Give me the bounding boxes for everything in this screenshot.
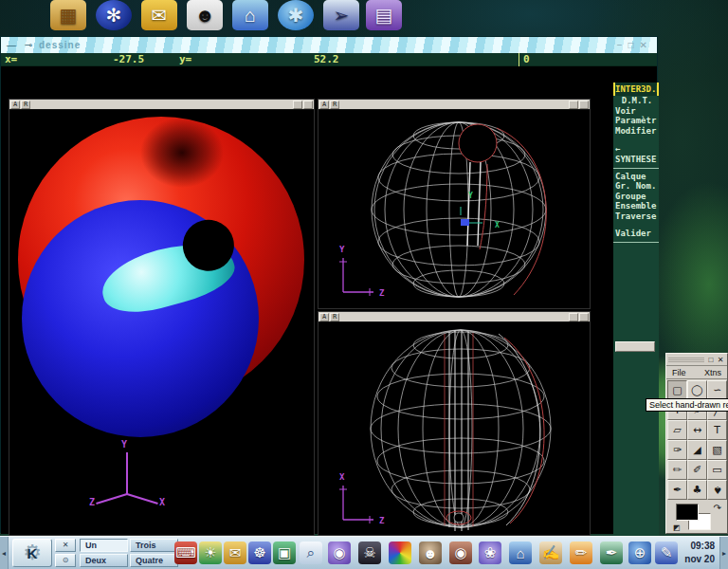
viewport-shaded-titlebar[interactable]: A R <box>9 100 314 110</box>
viewport-shade-button[interactable] <box>569 313 578 321</box>
tool-bucket-fill[interactable]: ◢ <box>687 440 707 460</box>
viewport-r-button[interactable]: R <box>330 101 339 109</box>
tool-pencil[interactable]: ✏ <box>667 460 687 480</box>
menu-item-valider[interactable]: Valider <box>613 229 659 239</box>
menu-item-dmt[interactable]: D.M.T. <box>613 96 659 106</box>
launcher-flower[interactable]: ❀ <box>479 541 501 564</box>
desktop-icon-package[interactable]: ▦ <box>50 0 86 30</box>
gimp-maximize-button[interactable]: □ <box>706 356 716 364</box>
menu-item-synthese[interactable]: SYNTHESE <box>613 155 659 165</box>
desktop-icon-home[interactable]: ⌂ <box>232 0 268 30</box>
tool-flip[interactable]: ↔ <box>687 420 707 440</box>
k-menu-button[interactable]: ⚙ K <box>12 539 52 567</box>
launcher-gimp[interactable]: ☻ <box>419 541 442 564</box>
panel-hide-left-arrow[interactable]: ◂ <box>0 537 9 569</box>
launcher-help[interactable]: ☸ <box>248 541 271 564</box>
swap-colors-icon[interactable]: ↷ <box>714 503 721 513</box>
gimp-file-menu[interactable]: File <box>672 368 686 377</box>
desktop-icon-mail[interactable]: ✉ <box>141 0 177 30</box>
tool-blend[interactable]: ▧ <box>707 440 727 460</box>
viewport-shaded[interactable]: A R Y X Z <box>9 99 315 536</box>
viewport-max-button[interactable] <box>303 101 313 109</box>
tool-text[interactable]: T <box>707 420 727 440</box>
window-list-button[interactable]: ✕ <box>55 539 76 552</box>
viewport-r-button[interactable]: R <box>330 313 339 321</box>
launcher-inter3d[interactable]: ☠ <box>358 541 381 564</box>
tool-color-picker[interactable]: ✑ <box>667 440 687 460</box>
gimp-xtns-menu[interactable]: Xtns <box>704 368 721 377</box>
launcher-home-globe[interactable]: ⌂ <box>509 541 532 564</box>
gimp-titlebar[interactable]: □ ✕ <box>666 354 727 366</box>
desktop-icon-sphere-logo[interactable]: ✻ <box>96 0 132 30</box>
tool-ink[interactable]: ✒ <box>667 480 687 500</box>
viewport-wire-front[interactable]: A R <box>318 99 591 309</box>
pager-desktop-trois[interactable]: Trois <box>130 539 178 552</box>
launcher-package[interactable]: ▣ <box>273 541 296 564</box>
pager-desktop-deux[interactable]: Deux <box>80 554 128 567</box>
viewport-a-button[interactable]: A <box>10 101 20 109</box>
launcher-beach[interactable]: ☀ <box>199 541 222 564</box>
viewport-shade-button[interactable] <box>293 101 302 109</box>
menu-item-traverse[interactable]: Traverse <box>613 211 659 222</box>
window-maximize-control[interactable]: □ <box>628 40 634 50</box>
menu-back-arrow[interactable]: ← <box>613 143 659 155</box>
launcher-find-doc[interactable]: ⌕ <box>300 541 322 564</box>
window-pin-icon[interactable]: ⊸ <box>22 40 35 50</box>
viewport-shade-button[interactable] <box>569 101 578 109</box>
desktop-icon-penguin[interactable]: ☻ <box>187 0 223 30</box>
titlebar-grip[interactable] <box>668 357 704 363</box>
desktop-icon-notes[interactable]: ▤ <box>366 0 402 30</box>
lock-screen-button[interactable]: ⊙ <box>55 554 76 567</box>
menu-item-groupe[interactable]: Groupe <box>613 192 659 202</box>
viewport-a-button[interactable]: A <box>319 313 329 321</box>
menu-item-ensemble[interactable]: Ensemble <box>613 201 659 211</box>
launcher-portrait[interactable]: ◉ <box>449 541 472 564</box>
launcher-quill[interactable]: ✒ <box>600 541 623 564</box>
panel-hide-right-arrow[interactable]: ▸ <box>719 537 728 569</box>
viewport-r-button[interactable]: R <box>21 101 30 109</box>
launcher-pencil[interactable]: ✏ <box>570 541 592 564</box>
tool-convolve[interactable]: ♠ <box>707 480 727 500</box>
launcher-globe-dart[interactable]: ⊕ <box>628 541 651 564</box>
tool-eraser[interactable]: ▭ <box>707 460 727 480</box>
gimp-close-button[interactable]: ✕ <box>716 356 725 364</box>
launcher-folder-mail[interactable]: ✉ <box>224 541 246 564</box>
viewport-max-button[interactable] <box>579 101 589 109</box>
tool-rect-select[interactable]: ▢ <box>667 380 687 400</box>
window-close-control[interactable]: ✕ <box>640 40 647 50</box>
viewport-shaded-canvas[interactable]: Y X Z <box>9 110 314 535</box>
launcher-gradient[interactable] <box>389 541 411 564</box>
pager-desktop-un[interactable]: Un <box>80 539 128 552</box>
tool-paintbrush[interactable]: ✐ <box>687 460 707 480</box>
viewport-wire-top-canvas[interactable]: X Z <box>318 322 590 535</box>
menu-blank-button[interactable] <box>615 341 655 352</box>
viewport-wire-top-titlebar[interactable]: A R <box>318 312 590 322</box>
window-minimize-control[interactable]: − <box>617 40 623 50</box>
viewport-wire-top[interactable]: A R <box>318 311 591 536</box>
launcher-molecule[interactable]: ◉ <box>328 541 351 564</box>
menu-item-calque[interactable]: Calque <box>613 172 659 182</box>
launcher-signature[interactable]: ✍ <box>539 541 562 564</box>
default-colors-icon[interactable]: ◩ <box>673 523 681 532</box>
tool-ellipse-select[interactable]: ◯ <box>687 380 707 400</box>
window-minimize-button[interactable]: — <box>5 40 18 50</box>
launcher-terminal[interactable]: ⌨ <box>174 541 197 564</box>
menu-item-gr-nom[interactable]: Gr. Nom. <box>613 181 659 192</box>
tool-free-select[interactable]: ∽ <box>707 380 727 400</box>
viewport-wire-front-titlebar[interactable]: A R <box>318 100 590 110</box>
desktop-icon-ant[interactable]: ✱ <box>278 0 314 30</box>
launcher-notes[interactable]: ✎ <box>655 541 678 564</box>
menu-item-voir[interactable]: Voir <box>613 106 659 117</box>
window-titlebar[interactable]: — ⊸ dessine − □ ✕ <box>1 37 657 53</box>
viewport-wire-front-canvas[interactable]: Y X Y Z <box>318 110 590 308</box>
desktop-icon-rocket-pen[interactable]: ➢ <box>323 0 359 30</box>
viewport-a-button[interactable]: A <box>319 101 329 109</box>
pager-desktop-quatre[interactable]: Quatre <box>130 554 178 567</box>
menu-item-parametr[interactable]: Paramètr <box>613 116 659 126</box>
panel-clock[interactable]: 09:38 nov 20 <box>684 540 715 566</box>
viewport-max-button[interactable] <box>579 313 589 321</box>
tool-clone[interactable]: ♣ <box>687 480 707 500</box>
menu-item-modifier[interactable]: Modifier <box>613 126 659 137</box>
foreground-color-swatch[interactable] <box>676 504 699 521</box>
tool-transform[interactable]: ▱ <box>667 420 687 440</box>
